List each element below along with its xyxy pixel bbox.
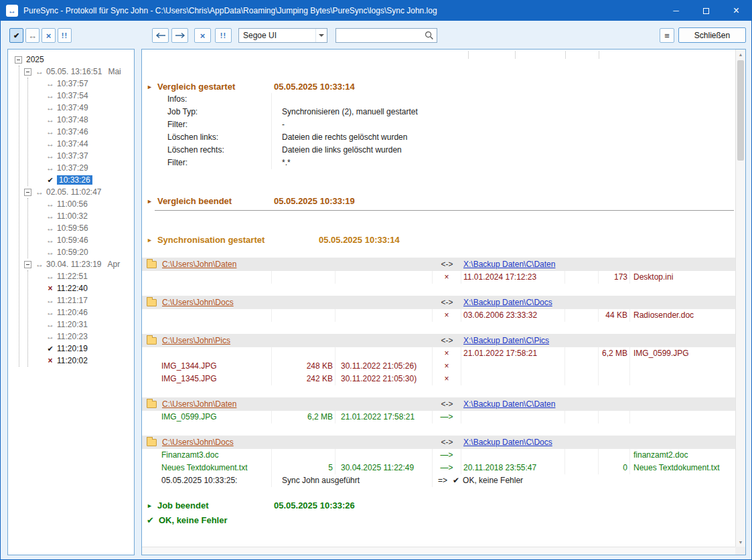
column-tick	[565, 51, 566, 59]
column-tick	[515, 51, 516, 59]
tree-time-item[interactable]: ↔10:37:29	[45, 162, 134, 174]
bullet-icon: ►	[147, 237, 153, 244]
filter-sync-button[interactable]: ↔	[25, 28, 40, 43]
left-path-link[interactable]: C:\Users\John\Docs	[162, 296, 234, 309]
vertical-scroll-thumb[interactable]	[737, 60, 744, 161]
tree-time-item[interactable]: ↔10:59:46	[45, 234, 134, 246]
tree-group-item[interactable]: ↔30.04. 11:23:19Apr	[24, 258, 134, 270]
left-path-link[interactable]: C:\Users\John\Pics	[162, 334, 230, 347]
folder-header-row: C:\Users\John\Docs<->X:\Backup Daten\C\D…	[142, 436, 735, 449]
tree-time-item[interactable]: ↔10:37:57	[45, 78, 134, 90]
tree-root-item[interactable]: 2025	[15, 54, 134, 66]
tree-time-item[interactable]: ↔10:37:48	[45, 114, 134, 126]
tree-time-item[interactable]: ↔10:37:46	[45, 126, 134, 138]
close-window-button[interactable]: ×	[721, 1, 751, 21]
bullet-icon: ►	[147, 502, 153, 509]
scroll-down-icon[interactable]: ▼	[736, 537, 745, 547]
tree-time-item[interactable]: ↔11:21:17	[45, 294, 134, 306]
final-result-text: OK, keine Fehler	[159, 515, 228, 525]
file-name-right	[630, 373, 735, 385]
tree-time-item[interactable]: ↔11:00:32	[45, 210, 134, 222]
folder-right-cell: X:\Backup Daten\C\Daten	[461, 397, 735, 411]
sync-section: C:\Users\John\Daten<->X:\Backup Daten\C\…	[142, 258, 735, 284]
tree-time-item[interactable]: ↔11:20:31	[45, 318, 134, 331]
info-label: Löschen rechts:	[142, 144, 272, 157]
summary-date: 05.05.2025 10:33:25:	[142, 474, 272, 487]
tree-time-item[interactable]: ✔10:33:26	[45, 174, 134, 186]
tree-time-item[interactable]: ↔11:00:56	[45, 198, 134, 210]
info-value: Dateien die links gelöscht wurden	[272, 144, 735, 157]
left-path-link[interactable]: C:\Users\John\Daten	[162, 397, 236, 411]
nav-conflicts-button[interactable]: !!	[215, 28, 232, 43]
tree-group-item[interactable]: ↔05.05. 13:16:51Mai	[24, 66, 134, 78]
close-button[interactable]: Schließen	[678, 27, 746, 43]
right-path-link[interactable]: X:\Backup Daten\C\Daten	[463, 399, 555, 409]
heading-label: Job beendet	[157, 500, 209, 510]
summary-result: =>✔OK, keine Fehler	[433, 474, 735, 487]
double-exclamation-icon: !!	[62, 32, 68, 39]
sync-icon: ↔	[45, 116, 56, 124]
menu-button[interactable]: ≡	[660, 28, 674, 43]
tree-group-item[interactable]: ↔02.05. 11:02:47	[24, 186, 134, 198]
tree-time-item[interactable]: ↔10:59:56	[45, 222, 134, 234]
right-path-link[interactable]: X:\Backup Daten\C\Docs	[463, 298, 552, 307]
expander-icon[interactable]	[24, 261, 31, 268]
tree-time-label: 11:22:51	[57, 272, 88, 281]
tree-groups: ↔05.05. 13:16:51Mai↔10:37:57↔10:37:54↔10…	[19, 66, 134, 367]
scroll-up-icon[interactable]: ▲	[736, 50, 745, 59]
info-row: Filter:-	[142, 118, 735, 131]
file-date-left: 21.01.2022 17:58:21	[335, 411, 433, 424]
heading-time: 05.05.2025 10:33:14	[274, 80, 355, 93]
tree-time-item[interactable]: ↔10:59:20	[45, 246, 134, 258]
tree-time-label: 11:20:02	[57, 356, 88, 365]
info-row: Job Typ:Synchronisieren (2), manuell ges…	[142, 106, 735, 118]
tree-time-item[interactable]: ↔10:37:44	[45, 138, 134, 150]
file-row: IMG_0599.JPG6,2 MB21.01.2022 17:58:21—>	[142, 411, 735, 424]
right-path-link[interactable]: X:\Backup Daten\C\Pics	[463, 336, 549, 345]
left-path-link[interactable]: C:\Users\John\Daten	[162, 258, 236, 271]
sync-icon: ↔	[34, 188, 45, 196]
tree-group: ↔30.04. 11:23:19Apr↔11:22:51×11:22:40↔11…	[24, 258, 134, 367]
filter-conflicts-button[interactable]: !!	[58, 28, 72, 43]
nav-copy-right-button[interactable]	[171, 28, 188, 43]
tree-time-item[interactable]: ↔10:37:49	[45, 102, 134, 114]
file-date-left: 30.11.2022 21:05:26)	[335, 360, 433, 373]
tree-time-item[interactable]: ×11:22:40	[45, 282, 134, 294]
nav-deleted-button[interactable]: ×	[194, 28, 211, 43]
summary-row: 05.05.2025 10:33:25:Sync John ausgeführt…	[142, 474, 735, 487]
tree-time-item[interactable]: ✔11:20:19	[45, 343, 134, 355]
expander-icon[interactable]	[24, 68, 31, 76]
tree-time-item[interactable]: ×11:20:02	[45, 355, 134, 367]
file-date-left	[335, 309, 433, 322]
extra-cell	[565, 271, 599, 284]
bullet-icon: ►	[147, 84, 153, 90]
tree-time-item[interactable]: ↔11:20:23	[45, 331, 134, 343]
vertical-scrollbar[interactable]: ▲ ▼	[735, 50, 745, 547]
tree-time-label: 10:37:49	[57, 103, 88, 112]
left-path-link[interactable]: C:\Users\John\Docs	[162, 436, 234, 449]
sync-icon: ↔	[45, 248, 56, 256]
tree-group: ↔02.05. 11:02:47↔11:00:56↔11:00:32↔10:59…	[24, 186, 134, 258]
nav-copy-left-button[interactable]	[152, 28, 169, 43]
search-input[interactable]	[335, 28, 437, 43]
check-icon: ✔	[45, 345, 56, 353]
tree-time-item[interactable]: ↔11:20:46	[45, 306, 134, 318]
expander-icon[interactable]	[24, 189, 31, 196]
filter-deleted-button[interactable]: ×	[42, 28, 56, 43]
right-path-link[interactable]: X:\Backup Daten\C\Docs	[463, 438, 552, 447]
tree-time-item[interactable]: ↔10:37:37	[45, 150, 134, 162]
expander-icon[interactable]	[15, 56, 22, 64]
maximize-button[interactable]	[691, 1, 721, 21]
filter-button-group: ✔↔×!!	[9, 28, 72, 43]
tree-time-label: 10:37:54	[57, 91, 88, 100]
font-select[interactable]: Segoe UI	[238, 28, 327, 43]
horizontal-scrollbar[interactable]	[142, 547, 735, 555]
compare-started-heading: ►Vergleich gestartet05.05.2025 10:33:14	[142, 80, 735, 93]
sync-icon: ↔	[45, 104, 56, 112]
tree-time-item[interactable]: ↔10:37:54	[45, 90, 134, 102]
file-date-right	[461, 360, 565, 373]
right-path-link[interactable]: X:\Backup Daten\C\Daten	[463, 260, 555, 269]
filter-ok-button[interactable]: ✔	[9, 28, 23, 43]
minimize-button[interactable]: ─	[661, 1, 691, 21]
tree-time-item[interactable]: ↔11:22:51	[45, 270, 134, 282]
